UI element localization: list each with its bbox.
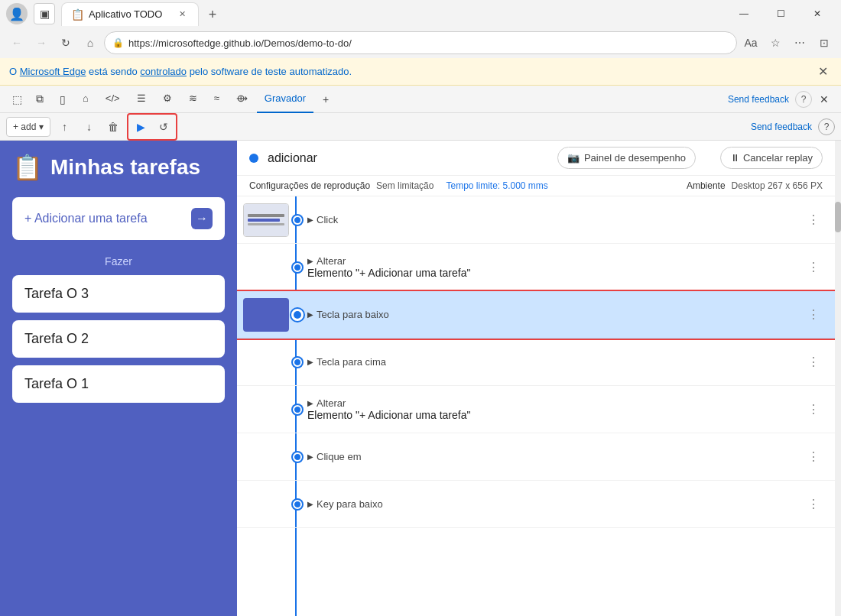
address-text: https://microsoftedge.github.io/Demos/de…	[128, 37, 729, 49]
step-action-text-2: Alterar	[317, 255, 346, 267]
step-more-2[interactable]: ⋮	[804, 258, 823, 277]
step-circle-2	[293, 263, 302, 272]
devtools-tab-wifi[interactable]: ≈	[206, 86, 227, 113]
scrollbar-thumb[interactable]	[835, 202, 841, 232]
read-aloud-icon[interactable]: Aa	[740, 32, 761, 53]
step-row-clique[interactable]: ▶ Clique em ⋮	[237, 433, 835, 481]
task-text-1: Tarefa O 1	[24, 376, 89, 391]
expand-icon-7: ▶	[307, 500, 313, 508]
devtools-close-icon[interactable]: ✕	[813, 89, 835, 110]
timeline-area[interactable]: ▶ Click ⋮ ▶ Alterar Eleme	[237, 196, 835, 616]
devtools-panel: adicionar 📷 Painel de desempenho ⏸ Cance…	[237, 141, 835, 616]
notification-text: O Microsoft Edge está sendo controlado p…	[9, 66, 813, 77]
tab-close-button[interactable]: ✕	[175, 8, 189, 21]
import-button[interactable]: ↓	[78, 116, 99, 138]
step-action-text-5: Alterar	[317, 397, 346, 409]
config-label: Configurações de reprodução	[249, 180, 370, 191]
address-row: ← → ↻ ⌂ 🔒 https://microsoftedge.github.i…	[0, 28, 841, 58]
step-more-4[interactable]: ⋮	[804, 353, 823, 371]
step-row-tecla-baixo[interactable]: ▶ Tecla para baixo ⋮	[237, 291, 835, 339]
step-row-click[interactable]: ▶ Click ⋮	[237, 196, 835, 244]
step-circle-1	[293, 216, 302, 225]
devtools-tab-performance[interactable]: ⚙	[155, 86, 180, 113]
task-item-2[interactable]: Tarefa O 2	[12, 320, 225, 358]
minimize-button[interactable]: —	[726, 2, 761, 26]
play-button[interactable]: ▶	[130, 116, 151, 138]
devtools-tab-console[interactable]: </>	[98, 86, 128, 113]
devtools-add-tab-icon[interactable]: +	[315, 89, 336, 110]
tab-strip: 📋 Aplicativo TODO ✕ +	[61, 2, 726, 26]
scrollbar-track[interactable]	[835, 141, 841, 616]
step-more-7[interactable]: ⋮	[804, 495, 823, 514]
step-row-tecla-cima[interactable]: ▶ Tecla para cima ⋮	[237, 339, 835, 386]
recorder-send-feedback[interactable]: Send feedback	[751, 122, 812, 132]
maximize-button[interactable]: ☐	[763, 2, 798, 26]
step-row-key-baixo[interactable]: ▶ Key para baixo ⋮	[237, 481, 835, 528]
step-circle-6	[293, 452, 302, 462]
step-row-alterar2[interactable]: ▶ Alterar Elemento "+ Adicionar uma tare…	[237, 386, 835, 433]
step-more-6[interactable]: ⋮	[804, 448, 823, 466]
step-more-3[interactable]: ⋮	[804, 306, 823, 324]
new-tab-button[interactable]: +	[202, 5, 223, 26]
add-task-button[interactable]: + Adicionar uma tarefa →	[12, 197, 225, 240]
step-detail-5: Elemento "+ Adicionar uma tarefa"	[307, 409, 804, 421]
add-step-button[interactable]: + add ▾	[6, 117, 50, 137]
devtools-inspect-icon[interactable]: ⬚	[6, 89, 28, 110]
notification-close-button[interactable]: ✕	[813, 63, 832, 81]
step-circle-5	[293, 405, 302, 414]
expand-icon-5: ▶	[307, 399, 313, 407]
step-action-3: ▶ Tecla para baixo	[307, 309, 804, 320]
step-more-5[interactable]: ⋮	[804, 400, 823, 419]
back-button[interactable]: ←	[6, 32, 28, 53]
config-timeout: Tempo limite: 5.000 mms	[446, 180, 547, 191]
cancel-replay-button[interactable]: ⏸ Cancelar replay	[720, 147, 823, 169]
delete-button[interactable]: 🗑	[102, 116, 124, 138]
step-action-5: ▶ Alterar	[307, 397, 804, 409]
step-circle-7	[293, 500, 302, 509]
devtools-tab-sources[interactable]: ☰	[129, 86, 154, 113]
step-header: adicionar 📷 Painel de desempenho ⏸ Cance…	[237, 141, 835, 176]
camera-icon: 📷	[567, 152, 580, 164]
profile-icon[interactable]: 👤	[6, 3, 28, 24]
expand-icon-6: ▶	[307, 452, 313, 461]
send-feedback-link[interactable]: Send feedback	[728, 94, 789, 105]
step-circle-3	[291, 309, 304, 321]
step-name: adicionar	[268, 151, 317, 165]
more-icon[interactable]: ⋯	[789, 32, 810, 53]
perf-button[interactable]: 📷 Painel de desempenho	[557, 147, 696, 169]
sidebar-toggle[interactable]: ▣	[34, 3, 55, 24]
notification-prefix: O	[9, 66, 20, 77]
devtools-tab-gravador[interactable]: Gravador	[257, 86, 313, 113]
address-bar[interactable]: 🔒 https://microsoftedge.github.io/Demos/…	[104, 31, 737, 54]
step-indicator-dot	[249, 154, 258, 163]
task-item-3[interactable]: Tarefa O 3	[12, 275, 225, 313]
export-button[interactable]: ↑	[54, 116, 75, 138]
close-button[interactable]: ✕	[800, 2, 835, 26]
expand-icon-3: ▶	[307, 310, 313, 319]
sidebar-panel-icon[interactable]: ⊡	[813, 32, 835, 53]
devtools-help-button[interactable]: ?	[795, 91, 812, 108]
recorder-help-button[interactable]: ?	[818, 118, 835, 135]
refresh-button[interactable]: ↻	[55, 32, 76, 53]
devtools-tab-more2[interactable]: ⟴	[229, 86, 255, 113]
tab-aplicativo-todo[interactable]: 📋 Aplicativo TODO ✕	[61, 2, 199, 26]
favorites-icon[interactable]: ☆	[765, 32, 786, 53]
step-content-4: ▶ Tecla para cima	[289, 356, 804, 368]
step-circle-4	[293, 358, 302, 367]
devtools-barcode-icon[interactable]: ▯	[52, 89, 73, 110]
devtools-tab-network[interactable]: ≋	[181, 86, 205, 113]
step-more-1[interactable]: ⋮	[804, 211, 823, 229]
forward-button[interactable]: →	[31, 32, 52, 53]
devtools-tab-elements[interactable]: ⌂	[75, 86, 96, 113]
replay-button[interactable]: ↺	[153, 116, 174, 138]
step-row-alterar1[interactable]: ▶ Alterar Elemento "+ Adicionar uma tare…	[237, 244, 835, 291]
section-label: Fazer	[12, 255, 225, 267]
config-no-limit: Sem limitação	[376, 180, 433, 191]
notification-controlled: controlado	[140, 66, 187, 77]
task-text-3: Tarefa O 3	[24, 286, 89, 301]
devtools-device-icon[interactable]: ⧉	[29, 89, 50, 110]
notification-end: pelo software de teste automatizado.	[190, 66, 352, 77]
home-button[interactable]: ⌂	[80, 32, 101, 53]
task-item-1[interactable]: Tarefa O 1	[12, 365, 225, 403]
tab-favicon: 📋	[71, 8, 84, 21]
